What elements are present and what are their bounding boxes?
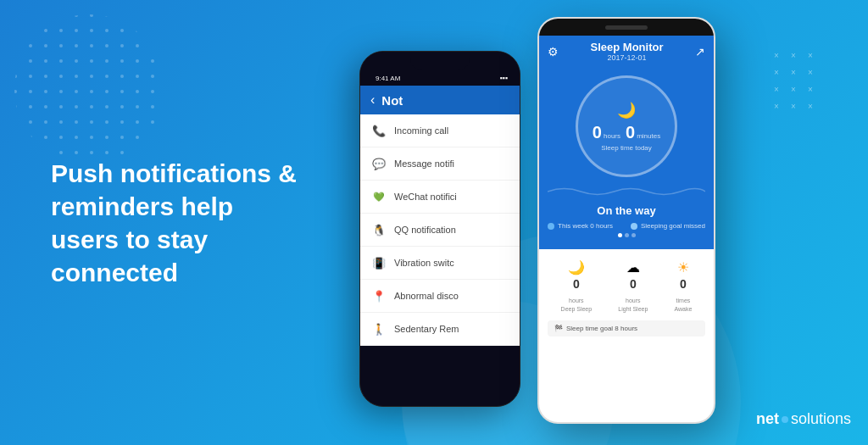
deep-sleep-icon: 🌙 [561,259,593,275]
sleep-monitor-date: 2017-12-01 [591,53,664,62]
filter-icon[interactable]: ⚙ [548,45,559,58]
phone-notifications: 9:41 AM ▪▪▪ ‹ Not 📞 Incoming call 💬 Mess… [359,51,520,407]
times-unit: times [676,298,691,303]
notif-item-5[interactable]: 📍 Abnormal disco [360,280,520,313]
logo-net: net [756,410,779,428]
deep-sleep-num: 0 [561,277,593,291]
qq-icon: 🐧 [370,221,387,238]
phone1-battery: ▪▪▪ [499,74,508,82]
sleep-circle: 🌙 0 hours 0 minutes Sleep time today [576,75,677,177]
logo-dot [782,416,788,423]
notif-item-3[interactable]: 🐧 QQ notification [360,214,520,247]
sleep-time-label: Sleep time today [601,144,652,152]
hero-section: Push notifications & reminders help user… [51,157,305,289]
sleep-dots [548,233,705,237]
light-sleep-num: 0 [618,277,648,291]
notif-item-2[interactable]: 💚 WeChat notifici [360,181,520,214]
notif-item-4[interactable]: 📳 Vibration switc [360,247,520,280]
awake-label: Awake [675,306,693,312]
phones-container: 9:41 AM ▪▪▪ ‹ Not 📞 Incoming call 💬 Mess… [359,17,715,432]
notif-text-6: Sedentary Rem [394,324,459,334]
hero-text: Push notifications & reminders help user… [51,157,305,289]
share-icon[interactable]: ↗ [695,45,705,58]
sedentary-icon: 🚶 [370,320,387,337]
call-icon: 📞 [370,122,387,139]
phone2-header-center: Sleep Monitor 2017-12-01 [591,41,664,62]
dot-3 [632,233,636,237]
deep-sleep-metric: 🌙 0 hours Deep Sleep [561,259,593,312]
phone1-time: 9:41 AM [376,75,400,82]
this-week-stat: This week 0 hours [548,222,613,230]
awake-icon: ☀ [675,259,693,275]
hours-unit-deep: hours [569,298,584,303]
sleep-minutes-num: 0 [626,123,635,142]
phone2-body: 🌙 0 hours 0 minutes Sleep time today On … [539,67,714,249]
phone2-top-bar [539,19,714,36]
sleep-monitor-title: Sleep Monitor [591,41,664,53]
notif-text-5: Abnormal disco [394,291,459,301]
abnormal-icon: 📍 [370,287,387,304]
phone1-notch [410,52,470,70]
light-sleep-metric: ☁ 0 hours Light Sleep [618,259,648,312]
notif-item-0[interactable]: 📞 Incoming call [360,114,520,147]
hours-label: hours [604,132,620,140]
sleep-wave [548,184,705,199]
logo-area: net solutions [756,410,851,428]
x-dots-decoration: × × × × × × × × × × × × [770,51,817,115]
sleep-goal-text: Sleep time goal 8 hours [566,325,637,332]
phone2-bottom: 🌙 0 hours Deep Sleep ☁ 0 hours Light Sle… [539,249,714,343]
wechat-icon: 💚 [370,188,387,205]
sleep-time-row: 0 hours 0 minutes [593,123,660,142]
sleep-goal-bar: 🏁 Sleep time goal 8 hours [548,320,705,337]
phone1-header: ‹ Not [360,86,520,114]
sleep-circle-wrapper: 🌙 0 hours 0 minutes Sleep time today [548,75,705,177]
moon-icon: 🌙 [617,101,636,120]
dot-pattern-left [13,13,165,165]
notif-text-0: Incoming call [394,125,448,136]
notif-item-6[interactable]: 🚶 Sedentary Rem [360,313,520,346]
notif-item-1[interactable]: 💬 Message notifi [360,147,520,181]
vibration-icon: 📳 [370,254,387,271]
awake-metric: ☀ 0 times Awake [675,259,693,312]
awake-num: 0 [675,277,693,291]
phone1-title: Not [381,93,403,108]
minutes-label: minutes [637,132,660,140]
sleep-hours-num: 0 [593,123,602,142]
logo-solutions: solutions [791,410,851,428]
flag-icon: 🏁 [554,325,563,332]
phone2-header: ⚙ Sleep Monitor 2017-12-01 ↗ [539,36,714,67]
notif-text-4: Vibration switc [394,258,454,268]
notif-text-2: WeChat notifici [394,192,457,202]
dot-2 [625,233,629,237]
goal-missed-stat: Sleeping goal missed [631,222,705,230]
hours-unit-light: hours [626,298,641,303]
phone-sleep-monitor: ⚙ Sleep Monitor 2017-12-01 ↗ 🌙 0 hours 0… [537,17,715,424]
back-icon[interactable]: ‹ [370,92,375,108]
notif-text-3: QQ notification [394,225,456,235]
message-icon: 💬 [370,155,387,172]
notif-text-1: Message notifi [394,159,454,169]
phone1-body: 📞 Incoming call 💬 Message notifi 💚 WeCha… [360,114,520,346]
svg-point-1 [14,14,164,164]
light-sleep-label: Light Sleep [618,306,648,312]
deep-sleep-label: Deep Sleep [561,306,593,312]
dot-1 [618,233,622,237]
light-sleep-icon: ☁ [618,259,648,275]
sleep-metrics: 🌙 0 hours Deep Sleep ☁ 0 hours Light Sle… [548,256,705,315]
sleep-stats-row: This week 0 hours Sleeping goal missed [548,222,705,230]
sleep-status: On the way [548,204,705,217]
phone2-speaker [605,25,648,30]
